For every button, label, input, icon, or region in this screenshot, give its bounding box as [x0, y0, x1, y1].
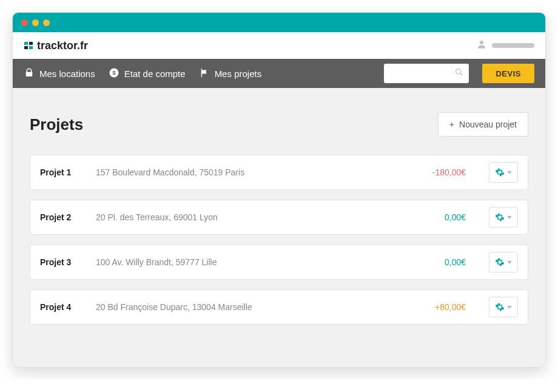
project-row[interactable]: Projet 4 20 Bd Françoise Duparc, 13004 M…: [30, 289, 528, 325]
user-icon: [476, 39, 487, 52]
nav-label: Mes locations: [39, 69, 95, 79]
gear-icon: [495, 167, 505, 177]
window-dot: [43, 19, 50, 26]
content-header: Projets + Nouveau projet: [30, 112, 528, 137]
new-project-button[interactable]: + Nouveau projet: [438, 112, 528, 137]
project-settings-button[interactable]: [489, 162, 518, 183]
search-icon: [454, 67, 464, 79]
project-address: 157 Boulevard Macdonald, 75019 Paris: [96, 167, 415, 177]
project-name: Projet 2: [40, 212, 79, 222]
main-nav: Mes locations $ Etat de compte Mes proje…: [13, 59, 545, 88]
user-name-placeholder: [492, 43, 534, 48]
project-row[interactable]: Projet 2 20 Pl. des Terreaux, 69001 Lyon…: [30, 200, 528, 235]
project-row[interactable]: Projet 1 157 Boulevard Macdonald, 75019 …: [30, 155, 528, 190]
project-address: 20 Bd Françoise Duparc, 13004 Marseille: [96, 302, 418, 312]
svg-point-7: [456, 69, 461, 74]
app-window: tracktor.fr Mes locations $ Etat de comp…: [12, 12, 546, 368]
project-address: 100 Av. Willy Brandt, 59777 Lille: [96, 257, 428, 267]
devis-button[interactable]: DEVIS: [482, 64, 534, 83]
gear-icon: [495, 212, 505, 222]
project-amount: +80,00€: [435, 302, 472, 312]
lock-icon: [24, 67, 35, 80]
dollar-icon: $: [109, 67, 119, 80]
nav-projects[interactable]: Mes projets: [199, 67, 262, 80]
project-settings-button[interactable]: [489, 207, 518, 228]
nav-account[interactable]: $ Etat de compte: [109, 67, 186, 80]
svg-rect-2: [24, 46, 28, 49]
gear-icon: [495, 302, 505, 312]
plus-icon: +: [449, 120, 454, 129]
page-title: Projets: [30, 115, 83, 134]
nav-label: Mes projets: [215, 69, 262, 79]
project-name: Projet 3: [40, 257, 79, 267]
project-address: 20 Pl. des Terreaux, 69001 Lyon: [96, 212, 428, 222]
search-input[interactable]: [384, 64, 469, 83]
project-amount: -180,00€: [432, 167, 472, 177]
nav-label: Etat de compte: [124, 69, 186, 79]
gear-icon: [495, 257, 505, 267]
chevron-down-icon: [507, 306, 512, 309]
project-amount: 0,00€: [445, 212, 472, 222]
chevron-down-icon: [507, 261, 512, 264]
window-dot: [32, 19, 39, 26]
chevron-down-icon: [507, 171, 512, 174]
project-name: Projet 4: [40, 302, 79, 312]
svg-text:$: $: [112, 70, 115, 76]
brand-bar: tracktor.fr: [13, 32, 545, 59]
nav-locations[interactable]: Mes locations: [24, 67, 95, 80]
main-content: Projets + Nouveau projet Projet 1 157 Bo…: [13, 88, 545, 367]
svg-line-8: [460, 73, 462, 75]
svg-point-4: [480, 41, 483, 44]
flag-icon: [199, 67, 210, 80]
svg-rect-1: [29, 42, 33, 45]
svg-rect-0: [24, 42, 28, 45]
brand-logo[interactable]: tracktor.fr: [24, 39, 88, 52]
project-settings-button[interactable]: [489, 297, 518, 317]
brand-text: tracktor.fr: [37, 39, 88, 52]
chevron-down-icon: [507, 216, 512, 219]
window-dot: [21, 19, 28, 26]
new-project-label: Nouveau projet: [459, 120, 517, 129]
project-amount: 0,00€: [445, 257, 472, 267]
window-titlebar: [13, 13, 545, 32]
svg-rect-3: [29, 46, 33, 49]
tracktor-logo-icon: [24, 40, 35, 51]
project-settings-button[interactable]: [489, 252, 518, 272]
user-menu[interactable]: [476, 39, 534, 52]
project-row[interactable]: Projet 3 100 Av. Willy Brandt, 59777 Lil…: [30, 245, 528, 280]
project-list: Projet 1 157 Boulevard Macdonald, 75019 …: [30, 155, 528, 325]
project-name: Projet 1: [40, 167, 79, 177]
